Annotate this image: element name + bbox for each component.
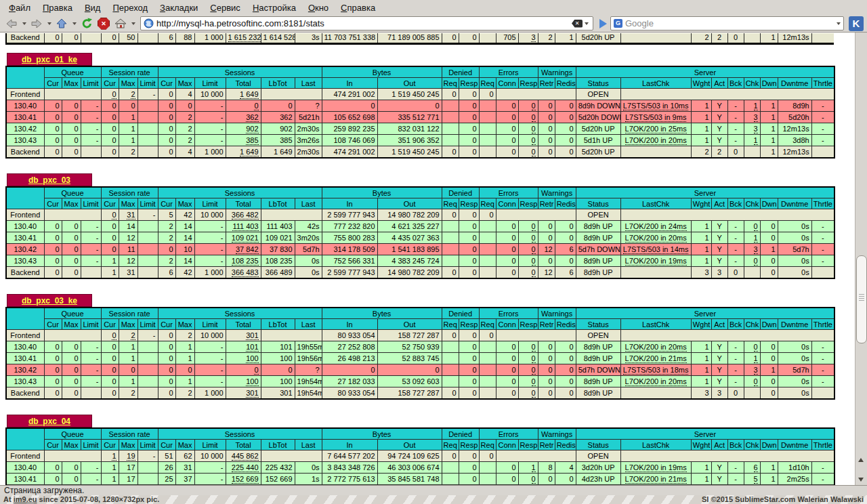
column-header: Cur <box>101 198 119 209</box>
stat-cell: 0 <box>555 376 576 387</box>
stat-cell: 0 <box>538 232 555 244</box>
stat-cell: 1 519 450 245 <box>377 89 442 100</box>
column-header: Resp <box>518 78 538 89</box>
stat-cell: 105 652 698 <box>322 112 377 123</box>
reload-icon <box>81 18 93 29</box>
column-header: Bck <box>727 319 744 330</box>
column-header: Chk <box>744 78 760 89</box>
column-header: Resp <box>518 440 538 450</box>
stat-cell: 1 <box>691 100 711 112</box>
menu-file[interactable]: Файл <box>3 1 37 14</box>
stat-cell: 3m26s <box>295 135 322 146</box>
stat-cell: 0 <box>226 100 261 112</box>
stat-cell: 6 <box>555 244 576 255</box>
stat-cell: 2 <box>175 135 194 146</box>
go-button[interactable] <box>599 19 607 28</box>
stat-cell: 0 <box>62 267 81 279</box>
stat-cell: 755 800 283 <box>322 232 377 244</box>
stat-cell: L7OK/200 in 19ms <box>620 255 691 267</box>
im9-link[interactable]: im9.eu <box>14 495 37 503</box>
menu-tools[interactable]: Сервис <box>204 1 247 14</box>
stat-cell: 0 <box>44 135 62 146</box>
search-engine-dropdown[interactable] <box>837 22 841 25</box>
stat-cell <box>442 255 459 267</box>
stat-cell: 1 <box>555 33 576 43</box>
forward-button[interactable] <box>28 16 45 31</box>
vertical-scrollbar[interactable] <box>855 33 867 486</box>
column-group-header: Denied <box>442 187 479 198</box>
search-input[interactable]: G Google <box>610 16 844 30</box>
menu-settings[interactable]: Настройка <box>247 1 302 14</box>
stat-cell: 5d20h UP <box>576 146 620 159</box>
stat-cell: 0 <box>158 364 175 376</box>
column-header: In <box>322 198 377 209</box>
column-header: Cur <box>44 198 62 209</box>
column-header: Act <box>711 319 727 330</box>
column-header: Resp <box>459 78 479 89</box>
stat-cell: - <box>727 353 744 364</box>
menu-window[interactable]: Окно <box>302 1 335 14</box>
scroll-up-button[interactable] <box>856 455 866 465</box>
stat-cell: L7OK/200 in 20ms <box>620 376 691 387</box>
column-header: Max <box>62 319 81 330</box>
clear-url-icon[interactable]: ✕ <box>572 20 583 28</box>
scrollbar-thumb[interactable] <box>856 255 867 343</box>
stat-cell: 1 <box>760 474 778 485</box>
stat-cell: 1 000 <box>194 146 226 159</box>
row-label: Backend <box>6 146 44 159</box>
url-history-dropdown[interactable] <box>583 16 590 31</box>
stat-cell: 0 <box>158 376 175 387</box>
stat-cell: 2 <box>119 146 138 159</box>
stat-cell: 0 <box>727 146 744 159</box>
stat-cell: 0 <box>62 364 81 376</box>
proxy-title[interactable]: db_pxc_03_ke <box>7 294 92 307</box>
url-input[interactable]: http://mysql-ha.petrosoftinc.com:8181/st… <box>140 16 593 30</box>
stat-cell <box>620 89 834 100</box>
stat-cell: 0 <box>44 146 62 159</box>
stat-cell: 0 <box>518 232 538 244</box>
stat-cell: 0 <box>538 353 555 364</box>
stat-cell: 0 <box>226 364 261 376</box>
home-dropdown[interactable] <box>129 16 137 31</box>
stat-cell <box>138 267 158 279</box>
up-button[interactable] <box>54 16 70 31</box>
stop-button[interactable]: ✕ <box>96 16 112 31</box>
stat-cell: - <box>81 462 101 474</box>
stat-cell <box>744 387 760 400</box>
home-button[interactable] <box>112 16 129 31</box>
stat-cell: 0 <box>538 364 555 376</box>
stat-cell: 0 <box>442 387 459 400</box>
forward-history-dropdown[interactable] <box>45 16 53 31</box>
proxy-title[interactable]: db_pxc_03 <box>7 173 92 186</box>
menu-go[interactable]: Переход <box>106 1 154 14</box>
scroll-down-button[interactable] <box>856 474 866 484</box>
stat-cell: 1 <box>691 244 711 255</box>
stat-cell <box>138 387 158 400</box>
menu-edit[interactable]: Правка <box>37 1 79 14</box>
stat-cell: 0 <box>496 221 518 232</box>
reload-button[interactable] <box>79 16 95 31</box>
stat-cell: 2 <box>119 89 138 100</box>
stats-table-db_pxc_03_ke: QueueSession rateSessionsBytesDeniedErro… <box>5 307 835 400</box>
stat-cell: - <box>727 474 744 485</box>
stat-cell: 5d21h <box>295 112 322 123</box>
proxy-title[interactable]: db_pxc_04 <box>7 415 92 427</box>
search-engine-icon[interactable]: G <box>614 19 622 28</box>
stat-cell: 0 <box>744 221 760 232</box>
stat-cell: 0 <box>459 255 479 267</box>
up-dropdown[interactable] <box>70 16 78 31</box>
proxy-title[interactable]: db_pxc_01_ke <box>7 53 92 66</box>
stat-cell: 1 000 <box>194 33 226 43</box>
stat-cell <box>44 450 101 462</box>
stat-cell: 2 599 777 943 <box>322 267 377 279</box>
stat-cell: 6 <box>555 267 576 279</box>
stat-cell: - <box>194 135 226 146</box>
menu-help[interactable]: Справка <box>335 1 381 14</box>
back-history-dropdown[interactable] <box>20 16 28 31</box>
menu-bookmarks[interactable]: Закладки <box>154 1 204 14</box>
stat-cell: 152 669 <box>226 474 261 485</box>
stat-cell: 366 482 <box>226 209 261 221</box>
stat-cell: 0 <box>727 33 744 43</box>
back-button[interactable] <box>3 16 20 31</box>
menu-view[interactable]: Вид <box>79 1 107 14</box>
